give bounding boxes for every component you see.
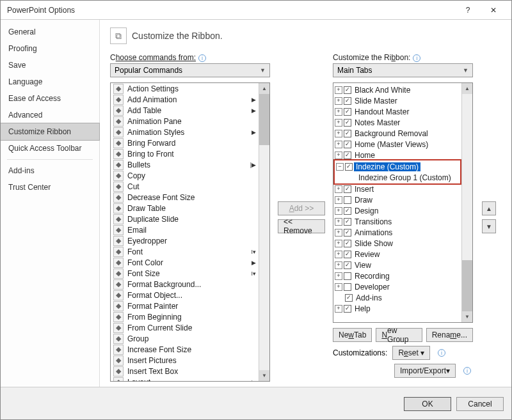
tree-item[interactable]: +Insert <box>333 183 461 194</box>
expander-icon[interactable]: − <box>336 163 344 171</box>
ribbon-tree[interactable]: +Black And White+Slide Master+Handout Ma… <box>333 82 473 323</box>
scrollbar[interactable]: ▲ ▼ <box>259 83 269 381</box>
cancel-button[interactable]: Cancel <box>456 397 504 411</box>
scroll-up-icon[interactable]: ▲ <box>259 83 269 94</box>
expander-icon[interactable]: + <box>335 251 342 258</box>
sidebar-item-language[interactable]: Language <box>1 74 99 90</box>
tree-item[interactable]: +Handout Master <box>333 106 461 117</box>
command-item[interactable]: ◆Bring to Front <box>111 148 259 159</box>
expander-icon[interactable]: + <box>335 152 342 159</box>
command-item[interactable]: ◆Copy <box>111 170 259 181</box>
command-item[interactable]: ◆Duplicate Slide <box>111 214 259 224</box>
command-item[interactable]: ◆Bullets|▶ <box>111 159 259 170</box>
remove-button[interactable]: << Remove <box>278 219 325 233</box>
sidebar-item-general[interactable]: General <box>1 24 99 40</box>
command-item[interactable]: ◆Insert Pictures <box>111 355 259 366</box>
choose-commands-dropdown[interactable]: Popular Commands ▼ <box>110 63 270 77</box>
sidebar-item-trust-center[interactable]: Trust Center <box>1 179 99 196</box>
command-item[interactable]: ◆Group <box>111 333 259 344</box>
scrollbar[interactable]: ▲ ▼ <box>461 83 472 322</box>
ok-button[interactable]: OK <box>404 397 451 411</box>
expander-icon[interactable]: + <box>335 141 342 148</box>
command-item[interactable]: ◆Eyedropper <box>111 235 259 246</box>
tree-item[interactable]: +Help <box>333 303 461 314</box>
sidebar-item-ease-of-access[interactable]: Ease of Access <box>1 90 99 107</box>
expander-icon[interactable]: + <box>335 207 342 215</box>
expander-icon[interactable]: + <box>335 240 342 247</box>
info-icon[interactable]: i <box>198 54 206 62</box>
command-item[interactable]: ◆Add Table▶ <box>111 105 259 116</box>
checkbox[interactable] <box>344 130 351 137</box>
checkbox[interactable] <box>344 152 351 159</box>
expander-icon[interactable]: + <box>335 218 342 226</box>
command-item[interactable]: ◆FontI▾ <box>111 246 259 257</box>
close-button[interactable]: ✕ <box>481 1 506 19</box>
expander-icon[interactable]: + <box>335 86 342 94</box>
tree-item[interactable]: +Home (Master Views) <box>333 139 461 150</box>
tree-item[interactable]: +Design <box>333 205 461 216</box>
tree-item[interactable]: +Slide Show <box>333 238 461 249</box>
new-tab-button[interactable]: New Tab <box>333 328 372 342</box>
checkbox[interactable] <box>344 108 351 116</box>
tree-item[interactable]: −Indezine (Custom) <box>335 161 460 172</box>
scroll-thumb[interactable] <box>462 260 472 311</box>
new-group-button[interactable]: New Group <box>376 328 422 342</box>
command-item[interactable]: ◆Format Object... <box>111 290 259 300</box>
customize-ribbon-dropdown[interactable]: Main Tabs ▼ <box>333 63 473 77</box>
checkbox[interactable] <box>344 272 351 280</box>
move-down-button[interactable]: ▼ <box>482 219 496 233</box>
command-item[interactable]: ◆Layout▶ <box>111 377 259 381</box>
scroll-up-icon[interactable]: ▲ <box>462 83 472 94</box>
command-item[interactable]: ◆Animation Pane <box>111 116 259 127</box>
tree-item[interactable]: Indezine Group 1 (Custom) <box>335 172 460 183</box>
checkbox[interactable] <box>344 229 351 237</box>
checkbox[interactable] <box>345 163 353 171</box>
info-icon[interactable]: i <box>438 349 445 357</box>
checkbox[interactable] <box>344 86 351 94</box>
reset-button[interactable]: Reset ▾ <box>392 346 430 360</box>
sidebar-item-advanced[interactable]: Advanced <box>1 107 99 123</box>
expander-icon[interactable]: + <box>335 119 342 127</box>
command-item[interactable]: ◆Decrease Font Size <box>111 192 259 203</box>
expander-icon[interactable]: + <box>335 130 342 137</box>
expander-icon[interactable]: + <box>335 185 342 193</box>
checkbox[interactable] <box>344 240 351 247</box>
checkbox[interactable] <box>344 207 351 215</box>
tree-item[interactable]: +Slide Master <box>333 95 461 106</box>
expander-icon[interactable]: + <box>335 272 342 280</box>
checkbox[interactable] <box>344 283 351 291</box>
import-export-button[interactable]: Import/Export ▾ <box>394 364 456 378</box>
command-item[interactable]: ◆Action Settings <box>111 83 259 94</box>
sidebar-item-proofing[interactable]: Proofing <box>1 40 99 57</box>
command-item[interactable]: ◆Bring Forward <box>111 137 259 148</box>
checkbox[interactable] <box>344 97 351 105</box>
command-item[interactable]: ◆Format Background... <box>111 279 259 290</box>
checkbox[interactable] <box>345 294 353 302</box>
tree-item[interactable]: +Review <box>333 249 461 260</box>
expander-icon[interactable]: + <box>335 305 342 313</box>
command-item[interactable]: ◆Insert Text Box <box>111 366 259 377</box>
command-item[interactable]: ◆Animation Styles▶ <box>111 127 259 137</box>
command-item[interactable]: ◆Email <box>111 224 259 235</box>
command-item[interactable]: ◆Draw Table <box>111 203 259 214</box>
help-button[interactable]: ? <box>455 1 481 19</box>
command-item[interactable]: ◆Format Painter <box>111 300 259 311</box>
add-button[interactable]: Add >> <box>278 201 325 215</box>
sidebar-item-quick-access-toolbar[interactable]: Quick Access Toolbar <box>1 140 99 157</box>
tree-item[interactable]: +Recording <box>333 270 461 281</box>
checkbox[interactable] <box>344 141 351 148</box>
command-item[interactable]: ◆Font Color▶ <box>111 257 259 268</box>
tree-item[interactable]: +Developer <box>333 281 461 292</box>
commands-listbox[interactable]: ◆Action Settings◆Add Animation▶◆Add Tabl… <box>110 82 270 382</box>
rename-button[interactable]: Rename... <box>426 328 473 342</box>
command-item[interactable]: ◆Add Animation▶ <box>111 94 259 105</box>
tree-item[interactable]: +Draw <box>333 194 461 205</box>
expander-icon[interactable]: + <box>335 283 342 291</box>
sidebar-item-add-ins[interactable]: Add-ins <box>1 162 99 179</box>
checkbox[interactable] <box>344 305 351 313</box>
sidebar-item-customize-ribbon[interactable]: Customize Ribbon <box>0 123 100 141</box>
checkbox[interactable] <box>344 261 351 269</box>
command-item[interactable]: ◆Font SizeI▾ <box>111 268 259 279</box>
checkbox[interactable] <box>344 218 351 226</box>
command-item[interactable]: ◆From Current Slide <box>111 322 259 333</box>
